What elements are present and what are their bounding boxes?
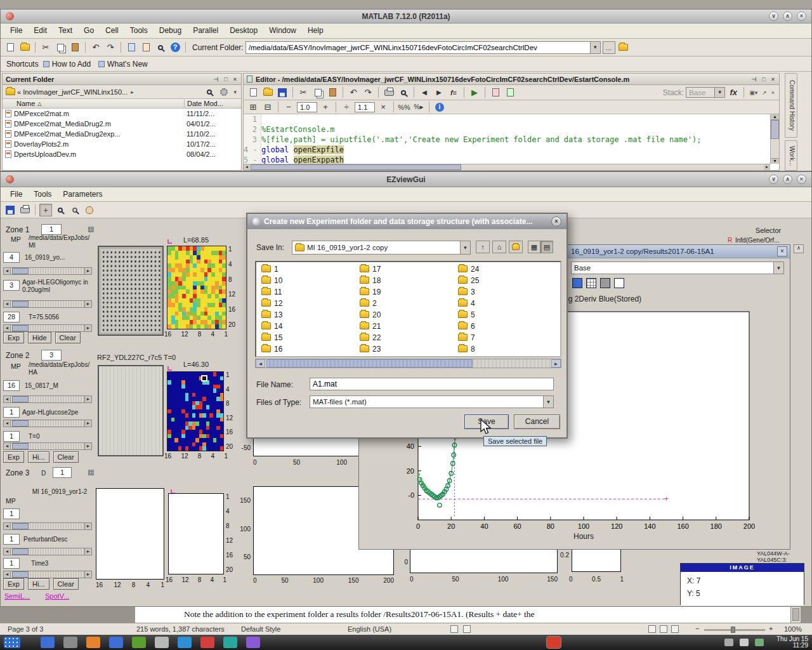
profiler-icon[interactable] — [154, 41, 167, 54]
editor-paste-icon[interactable] — [326, 86, 339, 99]
folder-item[interactable]: 2 — [360, 299, 381, 307]
editor-horizontal-scrollbar[interactable]: ◄ ► — [244, 164, 770, 170]
zone3-time-scrollbar[interactable]: ◄► — [3, 571, 92, 578]
code-line[interactable]: 5 -global openExppath — [244, 155, 770, 164]
save-icon[interactable] — [4, 204, 16, 216]
zone1-media-scrollbar[interactable]: ◄► — [3, 300, 92, 308]
code-line[interactable]: 1 — [244, 114, 770, 124]
code-line[interactable]: 2%EstartConsole.m — [244, 124, 770, 135]
taskbar-app-icon[interactable] — [200, 637, 214, 648]
cell-divide-icon[interactable]: ⊟ — [261, 101, 274, 114]
menu-item[interactable]: Tools — [124, 24, 154, 37]
folder-item[interactable]: 17 — [360, 265, 381, 273]
menu-item[interactable]: File — [4, 188, 28, 201]
pan-icon[interactable] — [83, 204, 96, 216]
maximize-button[interactable]: ∧ — [783, 11, 792, 21]
panel-collapse-button[interactable]: ∧ — [794, 244, 804, 253]
taskbar-app-icon[interactable] — [223, 637, 237, 648]
redo-icon[interactable]: ↷ — [104, 41, 117, 54]
folder-item[interactable]: 24 — [458, 265, 479, 273]
folder-item[interactable]: 16 — [261, 345, 282, 353]
ezview-minimize-button[interactable]: ∨ — [769, 175, 778, 184]
dock-icon[interactable]: ⊣ — [212, 76, 219, 83]
zone-button[interactable]: Hi... — [28, 451, 49, 463]
semilog-link[interactable]: SemiL... — [4, 592, 30, 600]
zone1-plate-photo[interactable] — [98, 246, 164, 336]
zone3-plot-left[interactable] — [96, 488, 164, 580]
zone1-heatmap[interactable] — [167, 246, 226, 329]
word-count[interactable]: 215 words, 1,387 characters — [136, 625, 225, 633]
editor-close-icon[interactable]: × — [770, 76, 776, 83]
zone3-plot-right[interactable] — [168, 493, 224, 574]
combo-arrow-icon[interactable]: ▼ — [460, 241, 470, 254]
publish-icon[interactable]: %▸ — [412, 101, 425, 114]
zone2-media-scrollbar[interactable]: ◄► — [3, 420, 92, 427]
stack-combo[interactable]: Base ▼ — [686, 87, 725, 98]
data-cursor-icon[interactable]: ＋ — [39, 204, 52, 216]
editor-dock-icon[interactable]: ⊣ — [750, 76, 757, 83]
breakpoint-icon[interactable] — [489, 86, 502, 99]
new-file-icon[interactable] — [4, 41, 16, 54]
cancel-button[interactable]: Cancel — [514, 415, 560, 429]
zone3-number-field[interactable]: 1 — [53, 467, 72, 478]
editor-layout-icon[interactable]: ▣▾ — [748, 90, 759, 96]
zone2-plate-photo[interactable] — [98, 365, 164, 456]
list-view-button[interactable]: ▤ — [540, 241, 553, 253]
shortcut-item[interactable]: How to Add — [43, 60, 91, 69]
taskbar-app-icon[interactable] — [86, 637, 100, 648]
folder-item[interactable]: 13 — [261, 310, 282, 319]
zoom-slider-thumb[interactable] — [731, 627, 735, 633]
folder-item[interactable]: 10 — [261, 276, 282, 284]
clock[interactable]: Thu Jun 15 11:29 — [776, 636, 808, 649]
file-row[interactable]: DpertsUploadDev.m 08/04/2... — [3, 149, 241, 159]
zone1-dock-icon[interactable] — [88, 227, 94, 232]
folder-list[interactable]: 110111213141516 171819220212223 24253456… — [255, 261, 561, 357]
zone1-mp-scrollbar[interactable]: ◄► — [3, 267, 92, 275]
step-icon[interactable] — [504, 86, 516, 99]
zone2-time-scrollbar[interactable]: ◄► — [3, 442, 92, 450]
folder-item[interactable]: 23 — [360, 345, 381, 353]
gene-list-item[interactable]: YAL045C:3: — [757, 557, 790, 563]
editor-vertical-scrollbar[interactable]: ▲ ▼ — [770, 114, 779, 164]
current-folder-combo[interactable]: ▼ — [246, 41, 601, 54]
shortcut-item[interactable]: What's New — [98, 60, 148, 69]
zone3-mp-count[interactable]: 1 — [3, 508, 20, 519]
workspace-tab[interactable]: Work... — [785, 140, 797, 171]
folder-item[interactable]: 15 — [261, 333, 282, 342]
gear-dropdown-icon[interactable]: ▾ — [232, 89, 238, 95]
folder-item[interactable]: 21 — [360, 322, 381, 330]
browse-folder-button[interactable]: ... — [603, 41, 615, 54]
zone-button[interactable]: Clear — [55, 332, 81, 343]
hscroll-thumb[interactable] — [251, 164, 461, 170]
taskbar-app-icon[interactable] — [178, 637, 192, 648]
scroll-thumb[interactable] — [771, 120, 779, 139]
scroll-thumb[interactable] — [266, 359, 473, 368]
menu-item[interactable]: Parameters — [57, 188, 108, 201]
selector-item[interactable]: Infd(Gene/Orf... — [735, 237, 808, 244]
undock-icon[interactable]: □ — [223, 76, 228, 83]
cell-insert-icon[interactable]: ⊞ — [247, 101, 259, 114]
menu-item[interactable]: Help — [302, 24, 329, 37]
zone-button[interactable]: Exp — [3, 451, 24, 463]
function-browser-icon[interactable]: f≡ — [447, 86, 460, 99]
divide-icon[interactable]: ÷ — [340, 101, 353, 114]
info-icon[interactable]: i — [433, 101, 446, 114]
zone3-time-count[interactable]: 1 — [3, 558, 20, 569]
spotview-link[interactable]: SpotV... — [45, 592, 69, 600]
grid-view-button[interactable]: ▦ — [528, 241, 540, 253]
file-name-input[interactable] — [310, 378, 554, 390]
folder-item[interactable]: 12 — [261, 299, 282, 307]
editor-popout-icon[interactable]: ↗ — [761, 90, 768, 96]
gene-list[interactable]: YAL044W-A- YAL045C:3: — [757, 550, 790, 563]
zone3-perturbant-scrollbar[interactable]: ◄► — [3, 548, 92, 555]
folder-item[interactable]: 5 — [458, 310, 479, 319]
axis-toggle-icon[interactable] — [167, 239, 172, 244]
zone2-time-count[interactable]: 1 — [3, 431, 20, 442]
tray-icon[interactable] — [740, 639, 749, 646]
folder-item[interactable]: 8 — [458, 345, 479, 353]
sort-ascending-icon[interactable]: △ — [35, 101, 41, 107]
cut-icon[interactable]: ✂ — [39, 41, 52, 54]
zone2-mp-count[interactable]: 16 — [3, 380, 20, 391]
editor-undo-icon[interactable]: ↶ — [347, 86, 360, 99]
run-icon[interactable]: ▶ — [468, 86, 481, 99]
